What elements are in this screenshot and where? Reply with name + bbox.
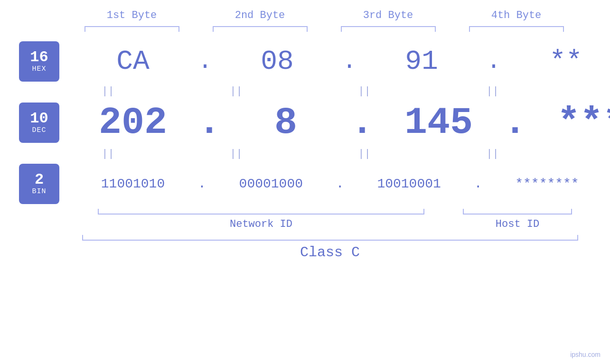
dec-byte-2-text: 8 bbox=[274, 101, 297, 144]
eq-1-2: || bbox=[172, 85, 300, 97]
network-host-labels: Network ID Host ID bbox=[69, 218, 591, 230]
hex-dot-1: . bbox=[198, 48, 212, 75]
hex-byte-2-text: 08 bbox=[261, 46, 294, 77]
dec-dot-2: . bbox=[351, 101, 374, 144]
hex-byte-3-text: 91 bbox=[405, 46, 438, 77]
hex-badge: 16 HEX bbox=[19, 41, 59, 82]
bin-byte-1: 11001010 bbox=[69, 177, 197, 191]
bracket-2 bbox=[196, 26, 324, 32]
col-header-1: 1st Byte bbox=[68, 9, 196, 21]
host-bracket bbox=[453, 209, 582, 215]
eq-1-3: || bbox=[300, 85, 429, 97]
bracket-3 bbox=[324, 26, 452, 32]
bracket-line-3 bbox=[341, 26, 436, 32]
bin-byte-2-text: 00001000 bbox=[239, 177, 303, 191]
dec-badge: 10 DEC bbox=[19, 103, 59, 143]
hex-values: CA . 08 . 91 . ** bbox=[69, 46, 610, 77]
eq-1-4: || bbox=[429, 85, 557, 97]
col-header-3: 3rd Byte bbox=[324, 9, 452, 21]
bracket-1 bbox=[68, 26, 196, 32]
bin-byte-1-text: 11001010 bbox=[101, 177, 165, 191]
dec-badge-number: 10 bbox=[30, 111, 48, 126]
hex-byte-4: ** bbox=[502, 46, 610, 77]
bin-dot-3: . bbox=[474, 177, 482, 191]
hex-dot-2: . bbox=[342, 48, 357, 75]
bracket-line-4 bbox=[469, 26, 564, 32]
hex-byte-2: 08 bbox=[213, 46, 341, 77]
dec-dot-1: . bbox=[198, 101, 221, 144]
bottom-bracket-row bbox=[69, 209, 591, 215]
eq-2-1: || bbox=[44, 148, 172, 160]
main-container: 1st Byte 2nd Byte 3rd Byte 4th Byte 16 H… bbox=[0, 0, 610, 364]
watermark: ipshu.com bbox=[570, 351, 601, 358]
hex-row: 16 HEX CA . 08 . 91 . ** bbox=[19, 41, 591, 82]
dec-byte-4: *** bbox=[527, 101, 610, 144]
hex-byte-3: 91 bbox=[357, 46, 486, 77]
class-label: Class C bbox=[300, 244, 360, 261]
dec-byte-1: 202 bbox=[69, 101, 197, 144]
hex-byte-1: CA bbox=[69, 46, 197, 77]
dec-byte-3-text: 145 bbox=[404, 101, 473, 144]
bracket-line-1 bbox=[84, 26, 179, 32]
dec-byte-4-text: *** bbox=[557, 101, 610, 144]
bin-badge-label: BIN bbox=[32, 187, 46, 196]
dec-row: 10 DEC 202 . 8 . 145 . *** bbox=[19, 101, 591, 144]
bin-badge-number: 2 bbox=[35, 172, 44, 187]
eq-2-4: || bbox=[429, 148, 557, 160]
bracket-4 bbox=[452, 26, 581, 32]
eq-2-2: || bbox=[172, 148, 300, 160]
host-id-label: Host ID bbox=[453, 218, 582, 230]
equals-row-2: || || || || bbox=[44, 148, 610, 160]
bin-byte-3-text: 10010001 bbox=[377, 177, 441, 191]
class-bracket-line bbox=[82, 235, 578, 241]
hex-badge-number: 16 bbox=[30, 50, 48, 65]
dec-byte-2: 8 bbox=[222, 101, 350, 144]
col-header-2: 2nd Byte bbox=[196, 9, 324, 21]
bin-dot-1: . bbox=[198, 177, 206, 191]
hex-byte-4-text: ** bbox=[549, 46, 582, 77]
class-section: Class C bbox=[69, 235, 591, 261]
col-header-4: 4th Byte bbox=[452, 9, 581, 21]
bin-byte-2: 00001000 bbox=[207, 177, 335, 191]
dec-badge-label: DEC bbox=[32, 126, 46, 134]
bin-byte-4: ******** bbox=[483, 177, 610, 191]
bracket-line-2 bbox=[213, 26, 308, 32]
bin-badge: 2 BIN bbox=[19, 164, 59, 204]
hex-byte-1-text: CA bbox=[116, 46, 150, 77]
network-bracket bbox=[69, 209, 453, 215]
eq-1-1: || bbox=[44, 85, 172, 97]
hex-dot-3: . bbox=[487, 48, 501, 75]
hex-badge-label: HEX bbox=[32, 65, 46, 73]
column-headers: 1st Byte 2nd Byte 3rd Byte 4th Byte bbox=[38, 9, 610, 21]
bin-byte-3: 10010001 bbox=[345, 177, 473, 191]
host-bracket-line bbox=[463, 209, 572, 215]
dec-dot-3: . bbox=[504, 101, 526, 144]
dec-byte-3: 145 bbox=[375, 101, 503, 144]
bin-byte-4-text: ******** bbox=[515, 177, 579, 191]
network-bracket-line bbox=[98, 209, 425, 215]
bin-row: 2 BIN 11001010 . 00001000 . 10010001 . *… bbox=[19, 164, 591, 204]
top-bracket-row bbox=[38, 26, 610, 32]
dec-byte-1-text: 202 bbox=[99, 101, 167, 144]
network-id-label: Network ID bbox=[69, 218, 453, 230]
network-host-section: Network ID Host ID bbox=[69, 209, 591, 230]
eq-2-3: || bbox=[300, 148, 429, 160]
bin-values: 11001010 . 00001000 . 10010001 . *******… bbox=[69, 177, 610, 191]
dec-values: 202 . 8 . 145 . *** bbox=[69, 101, 610, 144]
equals-row-1: || || || || bbox=[44, 85, 610, 97]
bin-dot-2: . bbox=[336, 177, 344, 191]
